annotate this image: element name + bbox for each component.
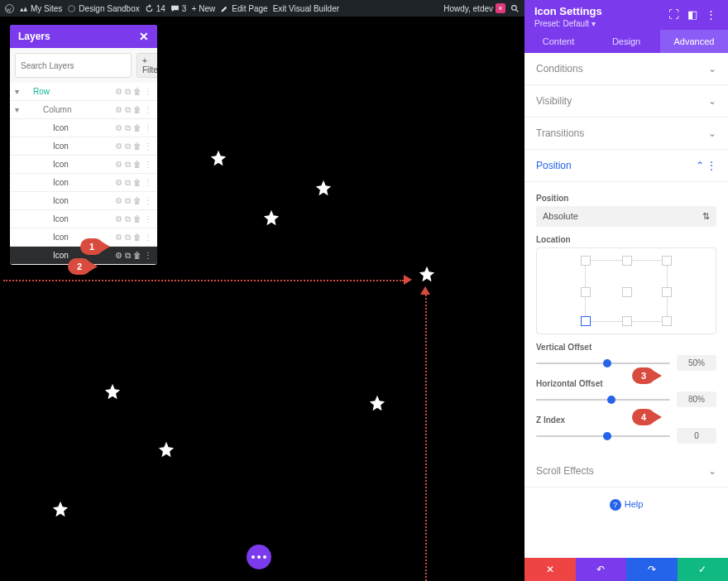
- gear-icon[interactable]: ⚙: [115, 214, 122, 224]
- trash-icon[interactable]: 🗑: [133, 160, 141, 170]
- section-transitions[interactable]: Transitions⌄: [524, 118, 728, 150]
- duplicate-icon[interactable]: ⧉: [125, 178, 131, 188]
- tree-row-icon[interactable]: Icon⚙⧉🗑⋮: [10, 156, 157, 174]
- more-icon[interactable]: ⋮: [144, 196, 152, 206]
- trash-icon[interactable]: 🗑: [133, 233, 141, 242]
- cancel-button[interactable]: ✕: [524, 558, 576, 581]
- loc-bc[interactable]: [622, 316, 632, 326]
- z-index-slider[interactable]: [536, 430, 670, 442]
- z-index-value[interactable]: 0: [677, 428, 716, 444]
- tree-row-icon[interactable]: Icon⚙⧉🗑⋮: [10, 192, 157, 210]
- trash-icon[interactable]: 🗑: [133, 251, 141, 261]
- more-icon[interactable]: ⋮: [144, 233, 152, 242]
- section-scroll-effects[interactable]: Scroll Effects⌄: [524, 455, 728, 487]
- position-select[interactable]: Absolute⇅: [536, 206, 716, 227]
- star-icon[interactable]: [368, 394, 386, 412]
- more-icon[interactable]: ⋮: [144, 214, 152, 224]
- tree-row-icon[interactable]: Icon⚙⧉🗑⋮: [10, 210, 157, 228]
- gear-icon[interactable]: ⚙: [115, 233, 122, 242]
- duplicate-icon[interactable]: ⧉: [125, 142, 131, 151]
- star-icon[interactable]: [157, 440, 175, 459]
- gear-icon[interactable]: ⚙: [115, 196, 122, 206]
- section-position[interactable]: Position⌃ ⋮: [524, 150, 728, 182]
- gear-icon[interactable]: ⚙: [115, 105, 122, 115]
- expand-icon[interactable]: ⛶: [668, 8, 679, 21]
- tree-row-icon[interactable]: Icon⚙⧉🗑⋮: [10, 137, 157, 156]
- loc-mc[interactable]: [622, 287, 632, 297]
- search-icon[interactable]: [510, 4, 520, 13]
- duplicate-icon[interactable]: ⧉: [125, 87, 131, 97]
- more-icon[interactable]: ⋮: [144, 105, 152, 115]
- trash-icon[interactable]: 🗑: [133, 123, 141, 133]
- more-icon[interactable]: ⋮: [144, 123, 152, 133]
- h-offset-slider[interactable]: [536, 394, 670, 406]
- star-icon[interactable]: [103, 382, 122, 401]
- loc-tc[interactable]: [622, 256, 632, 266]
- my-sites-link[interactable]: My Sites: [19, 4, 62, 13]
- exit-vb-link[interactable]: Exit Visual Builder: [273, 4, 339, 13]
- layers-filter-button[interactable]: + Filter: [136, 53, 157, 78]
- star-icon[interactable]: [314, 179, 333, 197]
- loc-mr[interactable]: [662, 287, 672, 297]
- new-link[interactable]: + New: [191, 4, 215, 13]
- save-button[interactable]: ✓: [678, 558, 729, 581]
- loc-tr[interactable]: [662, 256, 672, 266]
- star-icon[interactable]: [209, 149, 228, 167]
- loc-br[interactable]: [662, 316, 672, 326]
- howdy[interactable]: Howdy, etdev ×: [443, 3, 505, 13]
- gear-icon[interactable]: ⚙: [115, 142, 122, 151]
- trash-icon[interactable]: 🗑: [133, 87, 141, 97]
- duplicate-icon[interactable]: ⧉: [125, 160, 131, 170]
- tab-design[interactable]: Design: [592, 30, 660, 53]
- section-conditions[interactable]: Conditions⌄: [524, 53, 728, 85]
- loc-bl[interactable]: [581, 316, 591, 326]
- more-icon[interactable]: ⋮: [144, 87, 152, 97]
- section-visibility[interactable]: Visibility⌄: [524, 85, 728, 118]
- edit-page-link[interactable]: Edit Page: [220, 4, 267, 13]
- tree-row-icon[interactable]: Icon⚙⧉🗑⋮: [10, 174, 157, 192]
- tab-content[interactable]: Content: [524, 30, 592, 53]
- trash-icon[interactable]: 🗑: [133, 196, 141, 206]
- tab-advanced[interactable]: Advanced: [660, 30, 728, 53]
- loc-ml[interactable]: [581, 287, 591, 297]
- h-offset-value[interactable]: 80%: [677, 391, 716, 407]
- star-icon[interactable]: [51, 500, 69, 518]
- more-icon[interactable]: ⋮: [144, 251, 152, 261]
- layers-search-input[interactable]: [15, 53, 132, 78]
- duplicate-icon[interactable]: ⧉: [125, 214, 131, 224]
- tree-row-column[interactable]: ▾Column ⚙⧉🗑⋮: [10, 101, 157, 119]
- duplicate-icon[interactable]: ⧉: [125, 251, 131, 261]
- star-icon[interactable]: [418, 265, 436, 283]
- more-icon[interactable]: ⋮: [144, 160, 152, 170]
- v-offset-value[interactable]: 50%: [677, 355, 716, 371]
- loc-tl[interactable]: [581, 256, 591, 266]
- more-icon[interactable]: ⋮: [144, 178, 152, 188]
- trash-icon[interactable]: 🗑: [133, 214, 141, 224]
- gear-icon[interactable]: ⚙: [115, 178, 122, 188]
- wp-logo[interactable]: [5, 4, 14, 13]
- duplicate-icon[interactable]: ⧉: [125, 196, 131, 206]
- gear-icon[interactable]: ⚙: [115, 251, 122, 261]
- trash-icon[interactable]: 🗑: [133, 178, 141, 188]
- gear-icon[interactable]: ⚙: [115, 160, 122, 170]
- duplicate-icon[interactable]: ⧉: [125, 105, 131, 115]
- gear-icon[interactable]: ⚙: [115, 123, 122, 133]
- tree-row-row[interactable]: ▾Row ⚙⧉🗑⋮: [10, 83, 157, 101]
- star-icon[interactable]: [262, 209, 280, 227]
- trash-icon[interactable]: 🗑: [133, 105, 141, 115]
- more-icon[interactable]: ⋮: [706, 8, 716, 21]
- refresh-link[interactable]: 14: [145, 4, 165, 13]
- dock-icon[interactable]: ◧: [687, 8, 697, 21]
- redo-button[interactable]: ↷: [626, 558, 678, 581]
- comments-link[interactable]: 3: [170, 4, 187, 13]
- undo-button[interactable]: ↶: [576, 558, 627, 581]
- trash-icon[interactable]: 🗑: [133, 142, 141, 151]
- tree-row-icon[interactable]: Icon⚙⧉🗑⋮: [10, 119, 157, 137]
- site-link[interactable]: Design Sandbox: [67, 4, 139, 13]
- close-icon[interactable]: ✕: [139, 30, 149, 43]
- help-link[interactable]: ?Help: [524, 487, 728, 522]
- more-icon[interactable]: ⋮: [144, 142, 152, 151]
- duplicate-icon[interactable]: ⧉: [125, 233, 131, 242]
- gear-icon[interactable]: ⚙: [115, 87, 122, 97]
- duplicate-icon[interactable]: ⧉: [125, 123, 131, 133]
